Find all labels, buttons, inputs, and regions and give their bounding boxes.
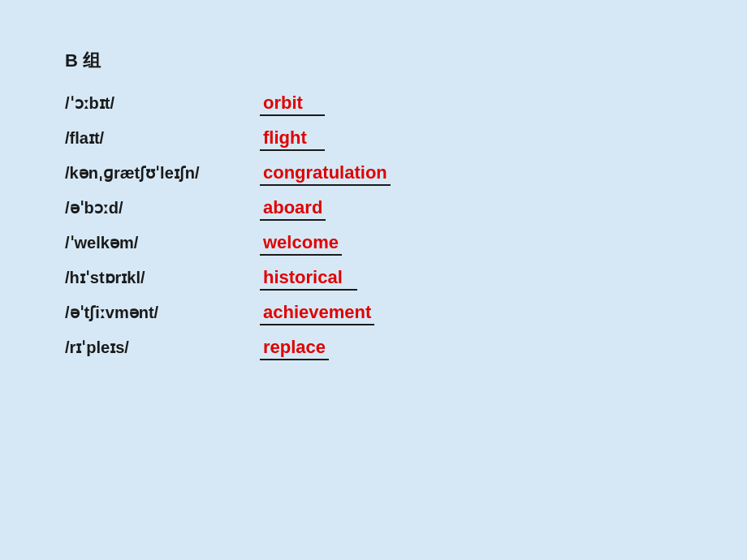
- section-title: B 组: [65, 49, 682, 73]
- main-container: B 组 /ˈɔːbɪt/orbit/flaɪt/flight/kənˌɡrætʃ…: [0, 0, 747, 420]
- phonetic-3: /əˈbɔːd/: [65, 198, 260, 218]
- vocab-row: /hɪˈstɒrɪkl/historical: [65, 267, 682, 291]
- vocab-row: /rɪˈpleɪs/replace: [65, 337, 682, 360]
- phonetic-7: /rɪˈpleɪs/: [65, 338, 260, 357]
- phonetic-5: /hɪˈstɒrɪkl/: [65, 268, 260, 287]
- answer-7: replace: [260, 337, 329, 360]
- answer-3: aboard: [260, 197, 326, 221]
- vocab-row: /əˈbɔːd/aboard: [65, 197, 682, 221]
- phonetic-2: /kənˌɡrætʃʊˈleɪʃn/: [65, 163, 260, 183]
- phonetic-4: /ˈwelkəm/: [65, 233, 260, 252]
- phonetic-6: /əˈtʃiːvmənt/: [65, 303, 260, 322]
- vocab-row: /flaɪt/flight: [65, 127, 682, 151]
- vocab-row: /əˈtʃiːvmənt/achievement: [65, 302, 682, 325]
- phonetic-1: /flaɪt/: [65, 128, 260, 148]
- vocab-row: /kənˌɡrætʃʊˈleɪʃn/congratulation: [65, 162, 682, 186]
- answer-2: congratulation: [260, 162, 391, 186]
- answer-0: orbit: [260, 93, 325, 116]
- answer-4: welcome: [260, 232, 342, 256]
- vocab-row: /ˈwelkəm/welcome: [65, 232, 682, 256]
- answer-6: achievement: [260, 302, 374, 325]
- answer-1: flight: [260, 127, 325, 151]
- vocab-row: /ˈɔːbɪt/orbit: [65, 93, 682, 116]
- answer-5: historical: [260, 267, 357, 291]
- phonetic-0: /ˈɔːbɪt/: [65, 93, 260, 113]
- vocab-list: /ˈɔːbɪt/orbit/flaɪt/flight/kənˌɡrætʃʊˈle…: [65, 93, 682, 360]
